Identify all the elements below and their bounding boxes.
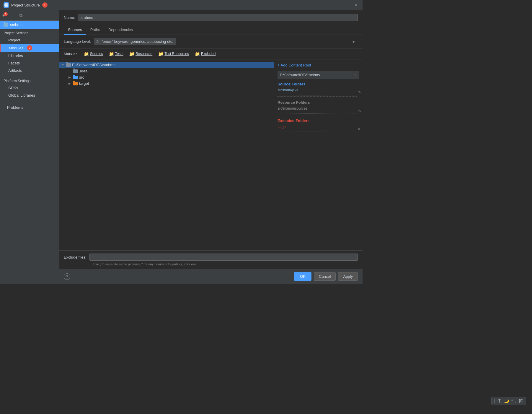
content-root-path: E:\Software\IDEA\smbms bbox=[280, 73, 320, 77]
resource-folder-edit-button[interactable]: ✎ bbox=[357, 108, 362, 113]
root-label: E:\Software\IDEA\smbms bbox=[72, 63, 115, 67]
sidebar-item-libraries-label: Libraries bbox=[8, 53, 23, 58]
add-content-root-button[interactable]: + Add Content Root bbox=[278, 62, 359, 69]
add-module-button[interactable]: + 3 bbox=[2, 12, 9, 19]
title-bar-left: Project Structure 1 bbox=[4, 2, 48, 8]
cancel-button[interactable]: Cancel bbox=[314, 272, 336, 281]
sidebar-item-facets[interactable]: Facets bbox=[0, 59, 59, 67]
sidebar-item-artifacts-label: Artifacts bbox=[8, 68, 22, 73]
resource-folder-path: src\main\resources .....................… bbox=[278, 106, 357, 115]
mark-as-test-resources-button[interactable]: 📁 Test Resources bbox=[156, 51, 191, 57]
panels-row: ▼ E:\Software\IDEA\smbms .idea ▶ src bbox=[59, 59, 363, 250]
excluded-folder-entry: target .................................… bbox=[278, 124, 359, 134]
excluded-folder-actions: × bbox=[357, 127, 361, 131]
tab-dependencies[interactable]: Dependencies bbox=[104, 25, 137, 35]
excluded-folder-icon: 📁 bbox=[195, 51, 200, 56]
exclude-hint: Use ; to separate name patterns, * for a… bbox=[64, 262, 358, 266]
tests-folder-icon: 📁 bbox=[109, 51, 114, 56]
remove-module-button[interactable]: — bbox=[10, 12, 17, 19]
root-folder-icon bbox=[66, 63, 71, 67]
excluded-folder-path: target .................................… bbox=[278, 125, 357, 133]
mark-as-excluded-button[interactable]: 📁 Excluded bbox=[193, 51, 217, 57]
apply-button[interactable]: Apply bbox=[338, 272, 358, 281]
bottom-section: Exclude files: Use ; to separate name pa… bbox=[59, 250, 363, 269]
footer-left: ? bbox=[64, 273, 70, 280]
resource-folder-actions: ✎ × bbox=[357, 108, 363, 113]
module-item-smbms[interactable]: smbms bbox=[0, 21, 59, 29]
language-level-row: Language level: 5 - 'enum' keyword, gene… bbox=[59, 35, 363, 48]
content-root-header: E:\Software\IDEA\smbms × bbox=[278, 71, 359, 79]
source-folders-section: Source Folders src\main\java ...........… bbox=[278, 82, 359, 97]
resources-folder-icon: 📁 bbox=[129, 51, 134, 56]
sidebar: + 3 — ⧉ smbms Project Settings Project M… bbox=[0, 10, 59, 284]
resource-folders-title: Resource Folders bbox=[278, 100, 359, 105]
ok-button[interactable]: OK bbox=[294, 272, 311, 281]
mark-as-sources-button[interactable]: 📁 Sources bbox=[82, 51, 105, 57]
svg-rect-1 bbox=[5, 4, 7, 5]
tab-paths[interactable]: Paths bbox=[86, 25, 104, 35]
excluded-folder-remove-button[interactable]: × bbox=[357, 127, 361, 131]
modules-badge: 2 bbox=[27, 45, 32, 51]
app-icon bbox=[4, 2, 9, 8]
main-container: + 3 — ⧉ smbms Project Settings Project M… bbox=[0, 10, 363, 284]
sidebar-item-modules[interactable]: Modules 2 bbox=[0, 44, 59, 52]
source-folder-actions: ✎ × bbox=[357, 90, 363, 95]
language-level-label: Language level: bbox=[64, 39, 91, 44]
sidebar-item-modules-label: Modules bbox=[9, 46, 23, 50]
exclude-files-row: Exclude files: bbox=[64, 254, 358, 261]
sidebar-item-sdks-label: SDKs bbox=[8, 86, 18, 90]
sidebar-item-project[interactable]: Project bbox=[0, 36, 59, 44]
mark-as-tests-button[interactable]: 📁 Tests bbox=[107, 51, 125, 57]
close-button[interactable]: × bbox=[353, 2, 359, 8]
source-folder-edit-button[interactable]: ✎ bbox=[357, 90, 362, 95]
title-bar: Project Structure 1 × bbox=[0, 0, 363, 10]
resource-folders-section: Resource Folders src\main\resources ....… bbox=[278, 100, 359, 116]
right-panel: + Add Content Root E:\Software\IDEA\smbm… bbox=[274, 59, 363, 250]
idea-label: .idea bbox=[79, 69, 87, 73]
content-area: Name: Sources Paths Dependencies Languag… bbox=[59, 10, 363, 284]
mark-as-resources-button[interactable]: 📁 Resources bbox=[128, 51, 154, 57]
resource-folder-entry: src\main\resources .....................… bbox=[278, 106, 359, 116]
language-level-select-wrapper: 5 - 'enum' keyword, generics, autoboxing… bbox=[94, 38, 358, 45]
sidebar-item-problems[interactable]: Problems bbox=[0, 104, 59, 111]
sidebar-item-problems-label: Problems bbox=[7, 105, 23, 110]
module-folder-icon bbox=[4, 23, 8, 27]
exclude-files-input[interactable] bbox=[89, 254, 358, 261]
tree-item-idea[interactable]: .idea bbox=[59, 68, 274, 74]
name-input[interactable] bbox=[78, 14, 358, 21]
copy-module-button[interactable]: ⧉ bbox=[18, 12, 24, 19]
file-tree-panel: ▼ E:\Software\IDEA\smbms .idea ▶ src bbox=[59, 59, 274, 250]
name-label: Name: bbox=[64, 15, 75, 20]
sidebar-toolbar: + 3 — ⧉ bbox=[0, 10, 59, 21]
add-badge: 3 bbox=[4, 12, 8, 16]
excluded-folders-section: Excluded Folders target ................… bbox=[278, 118, 359, 134]
sources-folder-icon: 📁 bbox=[84, 51, 89, 56]
tab-sources[interactable]: Sources bbox=[64, 25, 86, 35]
help-button[interactable]: ? bbox=[64, 273, 70, 280]
content-root-close[interactable]: × bbox=[354, 73, 357, 77]
tabs-row: Sources Paths Dependencies bbox=[59, 25, 363, 35]
svg-rect-2 bbox=[5, 5, 7, 6]
project-settings-header: Project Settings bbox=[0, 29, 59, 36]
title-badge-1: 1 bbox=[42, 2, 48, 8]
test-resources-folder-icon: 📁 bbox=[158, 51, 163, 56]
target-folder-icon bbox=[73, 82, 78, 85]
src-folder-icon bbox=[73, 76, 78, 79]
src-label: src bbox=[79, 75, 84, 79]
sidebar-item-global-libraries[interactable]: Global Libraries bbox=[0, 92, 59, 99]
source-folder-entry: src\main\java ..........................… bbox=[278, 87, 359, 97]
language-level-select[interactable]: 5 - 'enum' keyword, generics, autoboxing… bbox=[94, 38, 176, 45]
excluded-folders-title: Excluded Folders bbox=[278, 118, 359, 123]
src-chevron: ▶ bbox=[68, 76, 72, 79]
tree-root[interactable]: ▼ E:\Software\IDEA\smbms bbox=[59, 62, 274, 68]
tree-item-target[interactable]: ▶ target bbox=[59, 80, 274, 87]
exclude-files-label: Exclude files: bbox=[64, 255, 87, 259]
sidebar-item-facets-label: Facets bbox=[8, 61, 20, 65]
svg-rect-0 bbox=[5, 4, 8, 7]
title-text: Project Structure bbox=[11, 3, 40, 7]
target-label: target bbox=[79, 81, 89, 86]
sidebar-item-sdks[interactable]: SDKs bbox=[0, 84, 59, 92]
sidebar-item-libraries[interactable]: Libraries bbox=[0, 52, 59, 59]
sidebar-item-artifacts[interactable]: Artifacts bbox=[0, 67, 59, 74]
tree-item-src[interactable]: ▶ src bbox=[59, 74, 274, 80]
